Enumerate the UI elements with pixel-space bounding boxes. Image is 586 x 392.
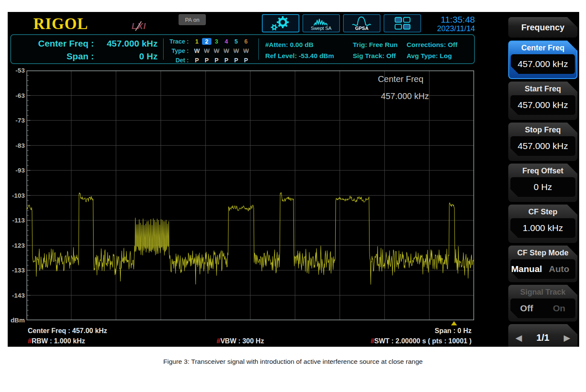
toggle-option-off: Off [510,303,543,313]
footer-span: Span : 0 Hz [423,327,472,335]
toggle-option-on: On [543,303,575,313]
det-row-label: Det : [163,57,189,64]
y-tick-label: -113 [8,216,25,224]
softkey-value: 1.000 kHz [510,218,575,238]
time-display: 11:35:48 [426,15,475,24]
y-tick-label: -123 [8,242,25,249]
softkey-signal-track: Signal Track Off On [508,285,577,322]
ref-level-status: Ref Level: -53.40 dBm [265,52,334,60]
softkey-freq-offset[interactable]: Freq Offset 0 Hz [508,164,577,202]
menu-title-frequency: Frequency [508,17,577,38]
softkey-value: 457.000 kHz [510,95,575,115]
sig-track-status: Sig Track: Off [353,52,396,60]
trace-det-1: P [192,57,202,64]
trace-type-4: W [222,47,231,54]
trace-plot-svg [26,70,474,320]
softkey-value: 0 Hz [510,177,575,197]
page-indicator: 1/1 [536,332,550,343]
analyzer-screen: RIGOL LXI PA on [8,12,579,347]
footer-rbw: #RBW : 1.000 kHz [28,337,85,345]
trace-det-6: P [241,57,251,64]
rbw-coupled-icon: # [28,337,32,345]
plot-annotation-center-freq: Center Freq [349,74,452,84]
y-tick-label: -63 [8,92,25,99]
figure-caption: Figure 3: Transceiver signal with introd… [0,358,586,366]
settings-button[interactable] [262,14,299,32]
lxi-logo: LXI [132,21,146,31]
spectrum-plot [26,70,474,320]
softkey-label: Center Freq [511,42,575,54]
trace-type-5: W [231,47,241,54]
softkey-label: Stop Freq [510,124,575,136]
spectrum-icon [311,16,331,26]
y-tick-label: -143 [8,292,25,299]
pa-on-badge: PA on [179,14,206,25]
soft-menu-sidebar: Frequency Center Freq 457.000 kHz Start … [507,12,578,347]
softkey-stop-freq[interactable]: Stop Freq 457.000 kHz [508,123,577,161]
trace-type-6: W [241,47,251,54]
trace-type-2: W [202,47,211,54]
trace-det-3: P [212,57,221,64]
trig-status: Trig: Free Run [353,41,398,49]
window-layout-icon [392,16,413,31]
footer-center-freq: Center Freq : 457.00 kHz [28,327,107,335]
y-tick-label: -103 [8,192,25,199]
softkey-label: Signal Track [510,287,575,298]
layout-grid-button[interactable] [384,14,421,32]
y-tick-label: -93 [8,167,25,174]
gear-icon [270,15,292,32]
y-axis-unit: dBm [8,316,25,324]
span-value: 0 Hz [79,51,158,61]
swept-sa-label: Swept SA [311,26,331,31]
page-prev-icon[interactable]: ◀ [516,333,522,343]
trace-number-2[interactable]: 2 [202,38,211,45]
softkey-center-freq[interactable]: Center Freq 457.000 kHz [508,41,577,79]
rigol-logo: RIGOL [33,15,88,33]
vbw-coupled-icon: # [217,337,220,345]
gpsa-mode-button[interactable]: GPSA [343,14,381,32]
sweep-marker-icon [451,321,457,325]
trace-number-4[interactable]: 4 [222,38,231,45]
y-tick-label: -83 [8,142,25,149]
trace-number-5[interactable]: 5 [231,38,241,45]
trace-number-6[interactable]: 6 [241,38,251,45]
avg-type-status: Avg Type: Log [407,52,452,60]
trace-type-1: W [192,47,202,54]
softkey-label: CF Step Mode [510,247,575,259]
softkey-value: 457.000 kHz [511,54,575,74]
trace-row-label: Trace : [163,38,189,45]
page-next-icon[interactable]: ▶ [564,333,570,343]
trace-number-1[interactable]: 1 [192,38,202,45]
corrections-status: Corrections: Off [407,41,457,49]
swept-sa-mode-button[interactable]: Swept SA [302,14,340,32]
menu-pager[interactable]: ◀ 1/1 ▶ [508,324,577,347]
type-row-label: Type : [163,47,189,54]
clock: 11:35:48 2023/11/14 [426,15,475,33]
footer-swt: #SWT : 2.00000 s ( pts : 10001 ) [352,337,472,345]
softkey-value: 457.000 kHz [510,136,575,156]
toggle-option-manual[interactable]: Manual [510,264,543,274]
softkey-label: CF Step [510,206,575,218]
trace-det-4: P [222,57,231,64]
trace-det-2: P [202,57,211,64]
trace-number-3[interactable]: 3 [212,38,221,45]
y-tick-label: -73 [8,117,25,124]
softkey-label: Freq Offset [510,165,575,177]
footer-vbw: #VBW : 300 Hz [217,337,264,345]
gpsa-label: GPSA [355,26,368,31]
softkey-cf-step-mode[interactable]: CF Step Mode Manual Auto [508,246,577,282]
gaussian-peak-icon [351,16,373,26]
info-divider-2 [258,38,259,60]
date-display: 2023/11/14 [426,24,475,33]
center-freq-value: 457.000 kHz [79,38,158,49]
toggle-option-auto[interactable]: Auto [543,264,575,274]
plot-annotation-center-freq-value: 457.000 kHz [354,91,456,101]
atten-status: #Atten: 0.00 dB [265,41,314,49]
softkey-start-freq[interactable]: Start Freq 457.000 kHz [508,82,577,120]
measurement-info-box: Center Freq : 457.000 kHz Span : 0 Hz Tr… [10,34,475,64]
swt-coupled-icon: # [370,337,374,345]
softkey-label: Start Freq [510,83,575,95]
y-tick-label: -53 [8,67,25,74]
trace-det-5: P [231,57,241,64]
softkey-cf-step[interactable]: CF Step 1.000 kHz [508,205,577,243]
